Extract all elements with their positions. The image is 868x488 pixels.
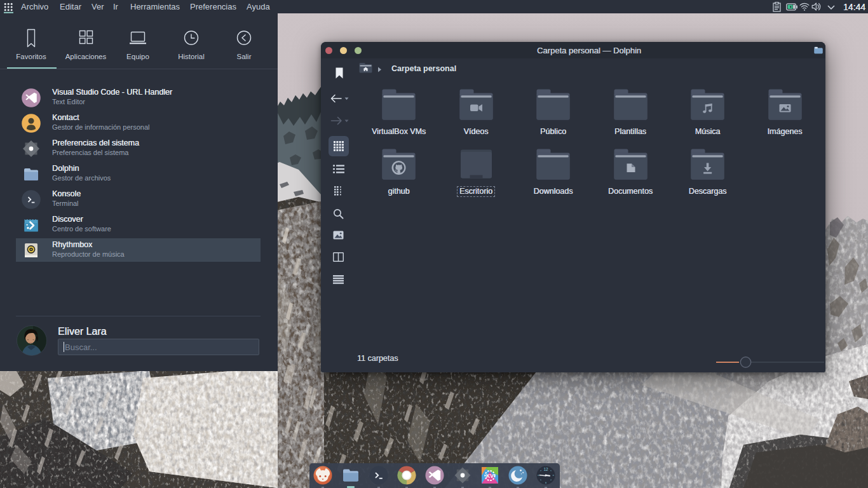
svg-text:KV: KV — [486, 473, 494, 479]
svg-text:12: 12 — [543, 467, 548, 471]
